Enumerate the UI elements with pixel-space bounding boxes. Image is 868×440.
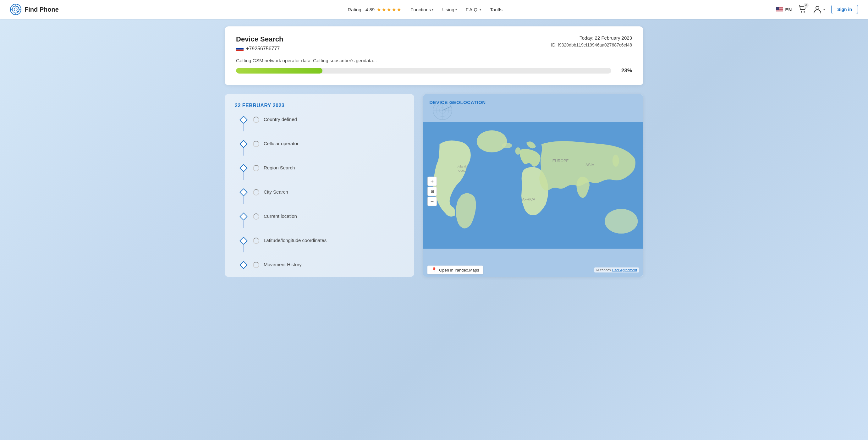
list-item: Current location: [239, 213, 404, 237]
map-panel: DEVICE GEOLOCATION: [423, 94, 643, 277]
progress-percent: 23%: [617, 68, 632, 74]
svg-rect-20: [236, 48, 244, 49]
functions-chevron-icon: ▾: [432, 8, 433, 11]
grid-button[interactable]: ⊞: [427, 187, 437, 196]
timeline-connector: [243, 172, 244, 180]
timeline-label: Latitude/longitude coordinates: [264, 237, 327, 243]
card-left: Device Search +79256756777: [236, 35, 283, 52]
svg-text:EUROPE: EUROPE: [553, 159, 569, 163]
svg-text:Atlantic: Atlantic: [458, 165, 468, 168]
timeline: Country defined Cellular operator: [235, 116, 404, 268]
timeline-date: 22 FEBRUARY 2023: [235, 103, 404, 108]
progress-bar-fill: [236, 68, 322, 73]
user-icon: [813, 5, 822, 14]
cart-button[interactable]: 0: [798, 5, 807, 14]
navbar-center: Rating - 4.89 ★★★★★ Functions ▾ Using ▾ …: [74, 6, 777, 13]
bottom-section: 22 FEBRUARY 2023 Country defined: [225, 94, 643, 277]
list-item: Cellular operator: [239, 140, 404, 164]
user-chevron-icon: ▾: [824, 8, 825, 11]
timeline-diamond-icon: [240, 116, 247, 124]
svg-point-16: [801, 11, 802, 12]
brand-name: Find Phone: [25, 6, 59, 13]
svg-line-38: [442, 106, 451, 110]
spinner-icon: [253, 238, 259, 244]
svg-text:AFRICA: AFRICA: [522, 197, 535, 201]
sign-in-button[interactable]: Sign in: [831, 5, 858, 14]
timeline-connector: [243, 245, 244, 252]
list-item: Region Search: [239, 164, 404, 189]
brand-logo[interactable]: Find Phone: [10, 4, 59, 15]
phone-row: +79256756777: [236, 46, 283, 52]
faq-chevron-icon: ▾: [479, 8, 481, 11]
radar-icon: [432, 100, 453, 120]
navbar-right: EN 0 ▾ Sign in: [776, 5, 858, 14]
map-footer: 📍 Open in Yandex.Maps © Yandex User Agre…: [423, 263, 643, 277]
svg-point-2: [14, 8, 17, 11]
timeline-panel: 22 FEBRUARY 2023 Country defined: [225, 94, 414, 277]
language-selector[interactable]: EN: [776, 7, 792, 12]
flag-russia-icon: [236, 46, 244, 51]
today-date: Today: 22 February 2023: [551, 35, 632, 40]
svg-text:ASIA: ASIA: [586, 163, 595, 167]
timeline-connector: [243, 196, 244, 204]
timeline-label: Current location: [264, 213, 297, 219]
list-item: Country defined: [239, 116, 404, 140]
nav-tariffs[interactable]: Tariffs: [490, 7, 502, 12]
phone-number: +79256756777: [246, 46, 280, 52]
user-agreement-link[interactable]: User Agreement: [612, 268, 637, 272]
svg-point-24: [502, 143, 512, 148]
timeline-connector: [243, 124, 244, 131]
nav-using[interactable]: Using ▾: [442, 7, 457, 12]
nav-faq[interactable]: F.A.Q. ▾: [466, 7, 482, 12]
map-copyright: © Yandex User Agreement: [594, 268, 639, 273]
world-map-svg: EUROPE ASIA AFRICA Atlantic Ocean: [423, 94, 643, 277]
map-container: EUROPE ASIA AFRICA Atlantic Ocean: [423, 94, 643, 277]
spinner-icon: [253, 262, 259, 268]
timeline-diamond-icon: [240, 261, 247, 269]
open-yandex-maps-button[interactable]: 📍 Open in Yandex.Maps: [427, 265, 483, 274]
rating-stars: ★★★★★: [376, 6, 402, 13]
spinner-icon: [253, 213, 259, 220]
navbar: Find Phone Rating - 4.89 ★★★★★ Functions…: [0, 0, 868, 19]
svg-point-17: [804, 11, 805, 12]
timeline-content-1: Country defined: [249, 116, 297, 123]
flag-en-icon: [776, 7, 783, 12]
progress-row: 23%: [236, 68, 632, 74]
map-controls: + ⊞ −: [427, 177, 437, 206]
timeline-diamond-icon: [240, 140, 247, 148]
svg-point-18: [816, 6, 819, 9]
timeline-label: Country defined: [264, 116, 297, 122]
card-header: Device Search +79256756777 Today: 22 Feb…: [236, 35, 632, 52]
svg-point-26: [604, 209, 638, 233]
timeline-label: Region Search: [264, 164, 295, 170]
list-item: City Search: [239, 189, 404, 213]
timeline-left-1: [239, 116, 249, 131]
pin-icon: 📍: [431, 267, 437, 273]
rating-block: Rating - 4.89 ★★★★★: [348, 6, 402, 13]
svg-text:Ocean: Ocean: [458, 169, 467, 172]
timeline-diamond-icon: [240, 164, 247, 172]
timeline-diamond-icon: [240, 213, 247, 220]
list-item: Movement History: [239, 261, 404, 268]
zoom-out-button[interactable]: −: [427, 197, 437, 206]
rating-label: Rating - 4.89: [348, 7, 375, 12]
timeline-label: Cellular operator: [264, 140, 299, 146]
page-content: Device Search +79256756777 Today: 22 Feb…: [217, 19, 651, 289]
user-menu[interactable]: ▾: [813, 5, 825, 14]
nav-functions[interactable]: Functions ▾: [410, 7, 433, 12]
map-radar: [432, 100, 453, 120]
card-title: Device Search: [236, 35, 283, 43]
cart-badge: 0: [804, 3, 809, 8]
svg-point-23: [477, 130, 507, 152]
svg-rect-15: [776, 7, 779, 10]
using-chevron-icon: ▾: [455, 8, 457, 11]
timeline-connector: [243, 148, 244, 156]
open-maps-label: Open in Yandex.Maps: [439, 268, 479, 273]
status-text: Getting GSM network operator data. Getti…: [236, 58, 632, 63]
svg-rect-21: [236, 50, 244, 51]
list-item: Latitude/longitude coordinates: [239, 237, 404, 261]
timeline-label: Movement History: [264, 261, 302, 267]
svg-rect-14: [776, 11, 783, 11]
zoom-in-button[interactable]: +: [427, 177, 437, 186]
spinner-icon: [253, 117, 259, 123]
